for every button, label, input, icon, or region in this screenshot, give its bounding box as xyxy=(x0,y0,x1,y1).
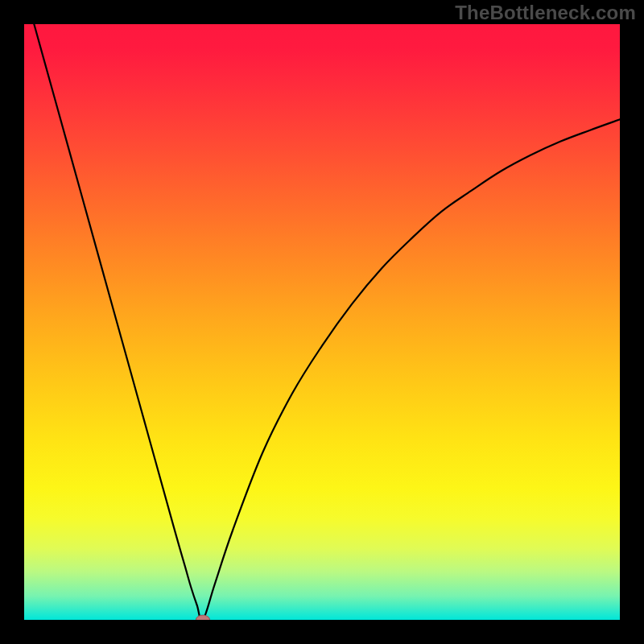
chart-frame: TheBottleneck.com xyxy=(0,0,644,644)
watermark-text: TheBottleneck.com xyxy=(455,2,636,24)
curve-path xyxy=(24,24,620,620)
plot-area xyxy=(24,24,620,620)
curve-svg xyxy=(24,24,620,620)
minimum-marker xyxy=(196,615,210,621)
